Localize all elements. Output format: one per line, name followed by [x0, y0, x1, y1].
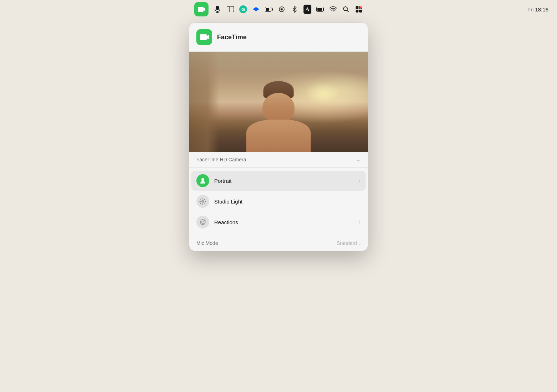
reactions-menu-item[interactable]: Reactions ›	[191, 212, 366, 232]
svg-point-25	[202, 221, 202, 222]
svg-rect-0	[216, 6, 219, 10]
grammarly-menubar-icon[interactable]: G	[239, 5, 247, 13]
mic-mode-value: Standard	[337, 240, 357, 246]
svg-rect-3	[227, 6, 234, 12]
svg-line-20	[201, 199, 201, 200]
screenshot-menubar-icon[interactable]	[278, 5, 286, 13]
battery-menubar-icon	[265, 5, 273, 13]
search-menubar-icon[interactable]	[342, 5, 350, 13]
person-shoulders	[246, 120, 311, 152]
camera-selector[interactable]: FaceTime HD Camera ⌄	[189, 152, 368, 168]
svg-rect-12	[356, 10, 358, 12]
camera-name: FaceTime HD Camera	[196, 157, 246, 162]
svg-point-7	[281, 9, 283, 10]
menubar-time: Fri 18:16	[527, 6, 548, 12]
app-icon	[196, 29, 212, 45]
reactions-label: Reactions	[214, 219, 354, 225]
facetime-menubar-icon[interactable]	[194, 2, 209, 16]
door-frame	[189, 52, 220, 152]
control-center-menubar-icon[interactable]	[355, 5, 363, 13]
person-head	[262, 93, 295, 123]
battery2-menubar-icon	[316, 5, 324, 13]
mic-mode-label: Mic Mode	[196, 240, 218, 246]
dropbox-menubar-icon[interactable]	[252, 5, 260, 13]
menubar: G A	[0, 0, 557, 19]
reactions-chevron-icon: ›	[359, 219, 361, 225]
svg-line-23	[201, 203, 201, 204]
sidebar-menubar-icon[interactable]	[226, 5, 234, 13]
mic-mode-right: Standard ›	[337, 240, 361, 246]
mic-mode-chevron-icon: ›	[359, 241, 361, 246]
svg-rect-13	[359, 10, 362, 12]
svg-rect-10	[356, 6, 358, 9]
studio-light-icon	[196, 195, 209, 208]
video-preview	[189, 52, 368, 152]
portrait-menu-item[interactable]: Portrait ›	[191, 171, 366, 191]
microphone-menubar-icon[interactable]	[214, 5, 221, 13]
svg-point-14	[201, 178, 204, 181]
person-hair	[264, 81, 294, 99]
portrait-label: Portrait	[214, 178, 354, 184]
popup-header: FaceTime	[189, 23, 368, 52]
app-title: FaceTime	[217, 34, 247, 41]
studio-light-menu-item[interactable]: Studio Light	[191, 191, 366, 211]
menu-items: Portrait › Studio Light	[189, 168, 368, 235]
chevron-down-icon: ⌄	[356, 157, 361, 162]
svg-line-22	[205, 199, 205, 200]
svg-point-15	[201, 200, 204, 203]
studio-light-label: Studio Light	[214, 198, 361, 205]
reactions-icon	[196, 216, 209, 228]
mic-mode-row[interactable]: Mic Mode Standard ›	[189, 235, 368, 251]
portrait-icon	[196, 174, 209, 187]
menubar-time-area: Fri 18:16	[527, 6, 548, 12]
font-menubar-icon[interactable]: A	[303, 5, 311, 13]
wifi-menubar-icon[interactable]	[329, 5, 337, 13]
svg-line-21	[205, 203, 205, 204]
portrait-chevron-icon: ›	[359, 178, 361, 184]
svg-line-9	[347, 10, 349, 12]
bluetooth-menubar-icon[interactable]	[291, 5, 298, 13]
facetime-popup: FaceTime FaceTime HD Camera ⌄ Portrait ›	[189, 23, 368, 251]
